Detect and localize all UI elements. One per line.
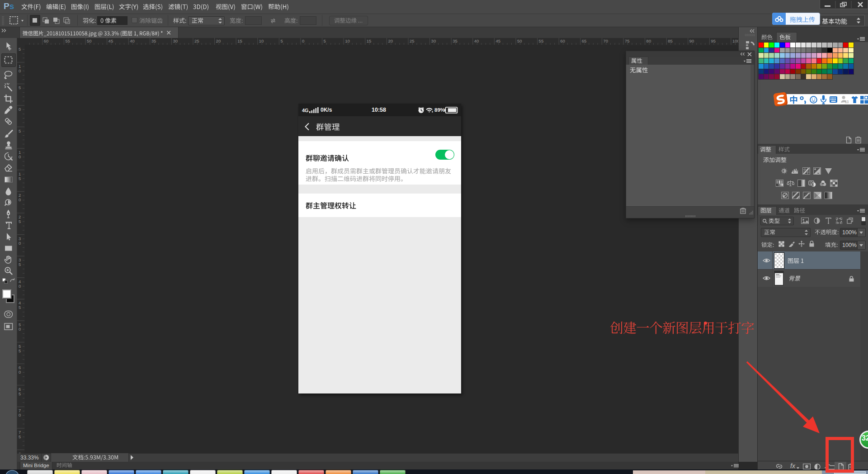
svg-text:11: 11	[845, 100, 849, 104]
